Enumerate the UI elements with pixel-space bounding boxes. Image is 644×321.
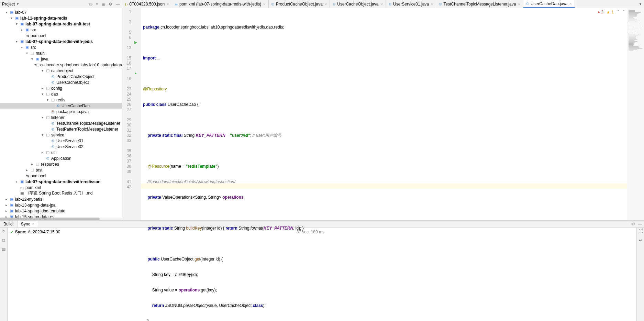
tree-arrow-icon[interactable]: ▾	[9, 16, 14, 20]
expand-icon[interactable]: ⛶	[639, 229, 643, 234]
tabs-overflow[interactable]: ▼	[635, 2, 644, 6]
close-icon[interactable]: ×	[431, 2, 433, 6]
code-area[interactable]: package cn.iocoder.springboot.labs.lab10…	[141, 8, 627, 220]
tree-row[interactable]: ▾▣lab-07-spring-data-redis-unit-test	[0, 21, 122, 27]
tree-row[interactable]: ▾▢dao	[0, 91, 122, 97]
tree-row[interactable]: ▾▢cacheobject	[0, 68, 122, 74]
tree-row[interactable]: ▸▣src	[0, 27, 122, 33]
editor-tab[interactable]: {}0T004328.500.json×	[122, 0, 172, 8]
sync-tab[interactable]: Sync×	[18, 221, 38, 227]
close-icon[interactable]: ×	[32, 222, 34, 226]
tree-arrow-icon[interactable]: ▾	[19, 45, 24, 49]
tree-arrow-icon[interactable]: ▾	[40, 115, 45, 119]
tree-row[interactable]: ▸mpom.xml	[0, 33, 122, 38]
tree-row[interactable]: ▸▢util	[0, 150, 122, 155]
tree-arrow-icon[interactable]: ▸	[40, 86, 45, 90]
tree-arrow-icon[interactable]: ▸	[24, 168, 30, 172]
editor-tab[interactable]: ©UserCacheDao.java×	[523, 0, 575, 8]
close-icon[interactable]: ×	[167, 2, 169, 6]
filter-icon[interactable]: ▤	[2, 247, 5, 252]
chevron-down-icon[interactable]: ▼	[639, 2, 642, 6]
close-icon[interactable]: ×	[325, 2, 327, 6]
gutter-icon[interactable]: ●	[134, 71, 139, 76]
tree-row[interactable]: ▾▢redis	[0, 97, 122, 103]
tree-arrow-icon[interactable]: ▾	[40, 92, 45, 96]
editor-tab[interactable]: mpom.xml (lab-07-spring-data-redis-with-…	[172, 0, 269, 8]
tree-arrow-icon[interactable]: ▾	[45, 98, 50, 102]
tree-row[interactable]: ▸▣lab-12-mybatis	[0, 196, 122, 202]
hide-icon[interactable]: —	[116, 2, 120, 7]
prev-highlight-icon[interactable]: ˄	[617, 10, 619, 14]
tree-arrow-icon[interactable]: ▸	[19, 28, 24, 32]
tree-row[interactable]: ▸▢test	[0, 167, 122, 173]
tree-row[interactable]: ▸▣lab-13-spring-data-jpa	[0, 202, 122, 208]
editor-tab[interactable]: ©ProductCacheObject.java×	[269, 0, 330, 8]
tree-row[interactable]: ▾▢listener	[0, 114, 122, 120]
scrollbar-thumb[interactable]	[0, 218, 100, 220]
settings-icon[interactable]: ⚙	[631, 222, 635, 226]
close-icon[interactable]: ×	[569, 2, 571, 6]
tree-arrow-icon[interactable]: ▸	[14, 180, 19, 184]
project-label[interactable]: Project	[2, 2, 15, 7]
close-icon[interactable]: ×	[263, 2, 265, 6]
run-gutter-icon[interactable]: ▶	[134, 40, 139, 45]
tree-row[interactable]: ▸©ProductCacheObject	[0, 74, 122, 79]
tree-row[interactable]: ▸©UserCacheObject	[0, 79, 122, 85]
tree-row[interactable]: ▸©UserService01	[0, 138, 122, 144]
tree-row[interactable]: ▸▢resources	[0, 161, 122, 167]
tree-arrow-icon[interactable]: ▾	[3, 10, 9, 14]
tree-row[interactable]: ▾▣lab-11-spring-data-redis	[0, 15, 122, 21]
editor-tab[interactable]: ©UserCacheObject.java×	[330, 0, 386, 8]
tree-arrow-icon[interactable]: ▾	[29, 57, 35, 61]
fold[interactable]: ...	[156, 56, 160, 60]
tree-arrow-icon[interactable]: ▾	[40, 133, 45, 137]
editor-tab[interactable]: ©UserService01.java×	[386, 0, 436, 8]
tree-row[interactable]: ▸mpom.xml	[0, 185, 122, 190]
rerun-icon[interactable]: ↻	[2, 229, 5, 234]
settings-icon[interactable]: ⚙	[109, 2, 112, 7]
tree-row[interactable]: ▾▣lab-07-spring-data-redis-with-jedis	[0, 38, 122, 44]
close-icon[interactable]: ×	[380, 2, 382, 6]
tree-row[interactable]: ▾▣java	[0, 56, 122, 62]
editor-tab[interactable]: ©TestChannelTopicMessageListener.java×	[436, 0, 523, 8]
tree-row[interactable]: ▸▤《芋道 Spring Boot Redis 入门》.md	[0, 190, 122, 196]
tree-arrow-icon[interactable]: ▾	[14, 40, 19, 43]
stop-icon[interactable]: □	[2, 238, 5, 243]
next-highlight-icon[interactable]: ˅	[623, 10, 625, 14]
build-tab[interactable]: Build:	[0, 221, 18, 227]
tree-arrow-icon[interactable]: ▾	[40, 69, 45, 73]
tree-arrow-icon[interactable]: ▾	[24, 51, 30, 55]
warning-indicator[interactable]: ▲ 1	[606, 10, 614, 14]
project-dropdown-icon[interactable]: ▼	[16, 2, 19, 6]
tree-arrow-icon[interactable]: ▸	[3, 203, 9, 207]
tree-row[interactable]: ▾▣lab-07	[0, 9, 122, 15]
soft-wrap-icon[interactable]: ↩	[639, 238, 642, 243]
tree-row[interactable]: ▾▢cn.iocoder.springboot.labs.lab10.sprin…	[0, 62, 122, 68]
inspection-indicators[interactable]: ● 2 ▲ 1 ˄ ˅	[598, 10, 625, 14]
collapse-all-icon[interactable]: ≣	[102, 2, 105, 7]
tree-arrow-icon[interactable]: ▸	[3, 197, 9, 201]
tree-row[interactable]: ▾▣src	[0, 44, 122, 50]
project-tree[interactable]: ▾▣lab-07▾▣lab-11-spring-data-redis▾▣lab-…	[0, 8, 122, 220]
tree-row[interactable]: ▸▢config	[0, 85, 122, 91]
expand-all-icon[interactable]: ≡	[96, 2, 98, 7]
tree-arrow-icon[interactable]: ▸	[29, 162, 35, 166]
hide-icon[interactable]: —	[638, 222, 642, 226]
tree-row[interactable]: ▸▣lab-14-spring-jdbc-template	[0, 208, 122, 214]
tree-row[interactable]: ▸▣lab-07-spring-data-redis-with-redisson	[0, 179, 122, 185]
tree-row[interactable]: ▸©TestChannelTopicMessageListener	[0, 120, 122, 126]
tree-row[interactable]: ▸©UserService02	[0, 144, 122, 150]
tree-arrow-icon[interactable]: ▸	[40, 151, 45, 154]
tree-arrow-icon[interactable]: ▾	[14, 22, 19, 26]
locate-icon[interactable]: ◎	[89, 2, 92, 7]
tree-row[interactable]: ▸☕package-info.java	[0, 109, 122, 114]
error-indicator[interactable]: ● 2	[598, 10, 603, 14]
tree-row[interactable]: ▾▢service	[0, 132, 122, 138]
tree-row[interactable]: ▸©TestPatternTopicMessageListener	[0, 126, 122, 132]
code-editor[interactable]: 1 3 56 13 151617 19 2324252627 293031323…	[122, 8, 644, 220]
tree-scrollbar-horizontal[interactable]	[0, 218, 122, 220]
minimap[interactable]	[627, 8, 644, 220]
tree-row[interactable]: ▾▢main	[0, 50, 122, 56]
tree-arrow-icon[interactable]: ▸	[3, 209, 9, 213]
tree-row[interactable]: ▸©Application	[0, 155, 122, 161]
